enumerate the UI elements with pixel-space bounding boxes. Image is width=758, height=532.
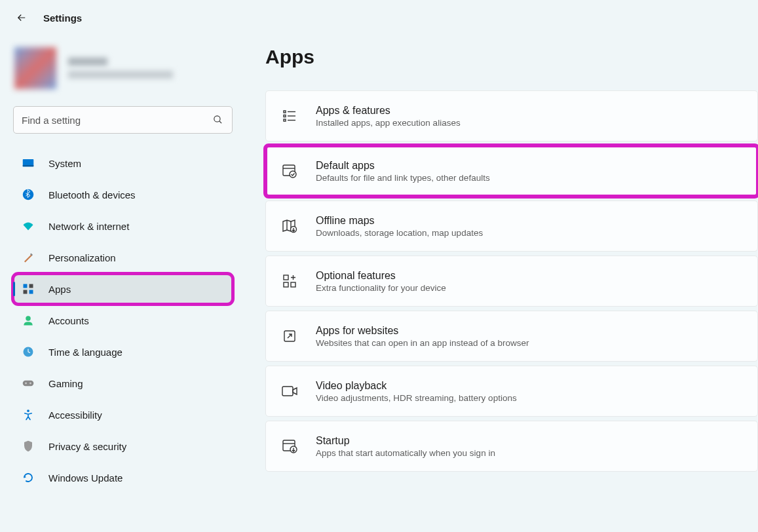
sidebar-item-label: Accessibility <box>48 409 102 421</box>
sidebar: System Bluetooth & devices Network & int… <box>0 35 246 493</box>
profile-block[interactable] <box>13 43 233 102</box>
card-subtitle: Video adjustments, HDR streaming, batter… <box>316 393 517 403</box>
svg-rect-6 <box>29 284 33 288</box>
card-default-apps[interactable]: Default apps Defaults for file and link … <box>265 145 758 197</box>
search-container <box>13 106 233 134</box>
sidebar-item-label: Gaming <box>48 378 83 389</box>
sidebar-item-label: Personalization <box>48 252 116 263</box>
open-link-icon <box>280 327 299 345</box>
back-button[interactable] <box>16 12 28 24</box>
sidebar-item-label: Privacy & security <box>48 441 126 452</box>
startup-icon <box>280 437 299 455</box>
back-arrow-icon <box>16 12 28 24</box>
card-video-playback[interactable]: Video playback Video adjustments, HDR st… <box>265 366 758 417</box>
card-optional-features[interactable]: Optional features Extra functionality fo… <box>265 256 758 307</box>
search-input[interactable] <box>13 106 233 134</box>
svg-point-0 <box>214 116 220 122</box>
accessibility-icon <box>22 409 34 421</box>
wifi-icon <box>22 220 34 232</box>
svg-rect-17 <box>284 119 286 121</box>
apps-icon <box>22 283 34 295</box>
card-subtitle: Websites that can open in an app instead… <box>316 338 529 348</box>
sidebar-item-personalization[interactable]: Personalization <box>13 242 233 273</box>
svg-point-23 <box>290 171 296 178</box>
svg-rect-11 <box>23 381 34 386</box>
shield-icon <box>22 440 34 452</box>
card-offline-maps[interactable]: Offline maps Downloads, storage location… <box>265 200 758 252</box>
card-apps-features[interactable]: Apps & features Installed apps, app exec… <box>265 90 758 142</box>
svg-point-14 <box>27 409 29 412</box>
svg-point-12 <box>25 383 27 385</box>
main-content: Apps Apps & features Installed apps, app… <box>246 35 758 493</box>
card-title: Video playback <box>316 380 517 392</box>
search-icon <box>212 114 223 125</box>
svg-rect-8 <box>29 290 33 294</box>
svg-rect-28 <box>284 282 288 287</box>
paintbrush-icon <box>22 252 34 263</box>
gamepad-icon <box>22 377 34 389</box>
sidebar-item-label: Time & language <box>48 347 123 358</box>
card-title: Startup <box>316 435 495 447</box>
sidebar-item-gaming[interactable]: Gaming <box>13 368 233 398</box>
sidebar-item-label: Bluetooth & devices <box>48 189 136 200</box>
sidebar-item-label: Apps <box>48 284 71 295</box>
card-title: Offline maps <box>316 215 483 227</box>
card-subtitle: Downloads, storage location, map updates <box>316 228 483 238</box>
sidebar-item-time[interactable]: Time & language <box>13 337 233 367</box>
sidebar-item-update[interactable]: Windows Update <box>13 463 233 493</box>
card-startup[interactable]: Startup Apps that start automatically wh… <box>265 421 758 472</box>
person-icon <box>22 314 34 326</box>
card-title: Apps for websites <box>316 325 529 337</box>
sidebar-item-accounts[interactable]: Accounts <box>13 305 233 335</box>
sidebar-item-label: System <box>48 158 81 169</box>
display-icon <box>22 157 34 169</box>
card-title: Apps & features <box>316 105 461 117</box>
card-subtitle: Defaults for file and link types, other … <box>316 173 490 183</box>
profile-name-redacted <box>68 58 107 66</box>
bluetooth-icon <box>22 189 34 200</box>
card-subtitle: Installed apps, app execution aliases <box>316 118 461 128</box>
profile-email-redacted <box>68 71 173 79</box>
svg-rect-16 <box>284 115 286 117</box>
default-apps-icon <box>280 162 299 180</box>
sidebar-item-label: Accounts <box>48 315 89 326</box>
card-apps-websites[interactable]: Apps for websites Websites that can open… <box>265 311 758 362</box>
clock-globe-icon <box>22 346 34 358</box>
map-icon <box>280 217 299 235</box>
sidebar-item-bluetooth[interactable]: Bluetooth & devices <box>13 180 233 210</box>
page-title: Apps <box>265 46 758 68</box>
svg-rect-2 <box>23 165 34 166</box>
update-icon <box>22 472 34 484</box>
sidebar-item-label: Windows Update <box>48 472 123 484</box>
settings-cards: Apps & features Installed apps, app exec… <box>265 90 758 472</box>
sidebar-item-privacy[interactable]: Privacy & security <box>13 431 233 461</box>
svg-rect-7 <box>24 290 28 294</box>
grid-plus-icon <box>280 272 299 290</box>
video-icon <box>280 382 299 400</box>
sidebar-item-system[interactable]: System <box>13 148 233 178</box>
list-icon <box>280 107 299 125</box>
svg-rect-31 <box>282 387 293 396</box>
card-subtitle: Extra functionality for your device <box>316 283 446 293</box>
svg-rect-5 <box>24 284 28 288</box>
svg-point-9 <box>26 316 31 321</box>
card-subtitle: Apps that start automatically when you s… <box>316 448 495 458</box>
nav-list: System Bluetooth & devices Network & int… <box>13 148 233 493</box>
sidebar-item-label: Network & internet <box>48 221 129 232</box>
card-title: Optional features <box>316 270 446 282</box>
svg-point-13 <box>29 383 31 385</box>
sidebar-item-accessibility[interactable]: Accessibility <box>13 400 233 430</box>
profile-text <box>68 58 173 79</box>
svg-rect-27 <box>284 275 288 280</box>
svg-rect-15 <box>284 111 286 113</box>
avatar <box>14 47 56 89</box>
card-title: Default apps <box>316 160 490 172</box>
sidebar-item-network[interactable]: Network & internet <box>13 211 233 241</box>
sidebar-item-apps[interactable]: Apps <box>13 274 233 304</box>
svg-rect-29 <box>291 282 295 287</box>
app-title: Settings <box>43 12 82 24</box>
